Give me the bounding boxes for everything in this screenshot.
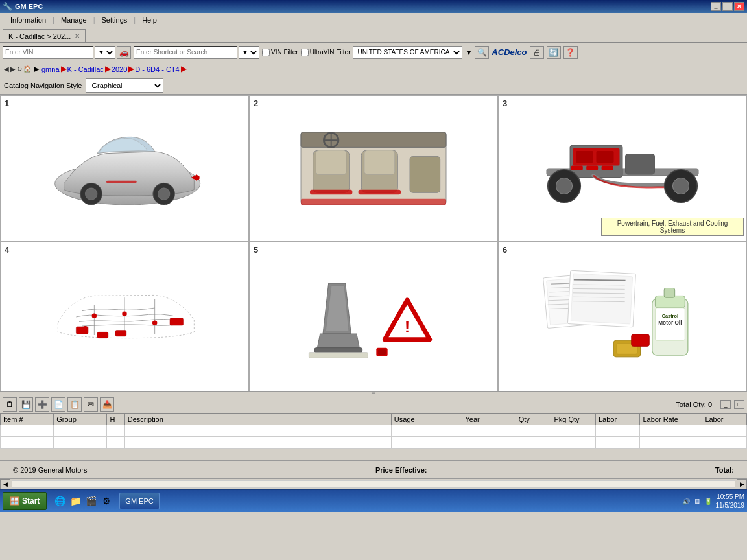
tab-label: K - Cadillac > 202... — [8, 32, 71, 40]
battery-icon[interactable]: 🔋 — [704, 498, 712, 505]
volume-icon[interactable]: 🔊 — [682, 498, 690, 505]
bc-gmna[interactable]: gmna — [42, 65, 60, 73]
catalog-cell-1[interactable]: 1 — [0, 95, 249, 242]
parts-table: Item # Group H Description Usage Year Qt… — [0, 414, 747, 449]
svg-rect-14 — [310, 190, 352, 194]
region-select[interactable]: UNITED STATES OF AMERICA — [353, 46, 462, 59]
svg-rect-25 — [626, 154, 655, 175]
printer-icon-button[interactable]: 🖨 — [530, 46, 544, 59]
forward-button[interactable]: ▶ — [10, 65, 16, 73]
svg-point-33 — [92, 313, 97, 318]
svg-rect-31 — [586, 166, 598, 170]
pdf-button[interactable]: 📄 — [51, 397, 65, 412]
acdelco-logo: ACDelco — [492, 47, 527, 57]
scroll-right-button[interactable]: ▶ — [737, 479, 747, 489]
catalog-cell-5[interactable]: 5 ! — [249, 242, 498, 391]
col-item: Item # — [1, 414, 54, 425]
tab-close-button[interactable]: ✕ — [75, 32, 80, 40]
parts-table-container: Item # Group H Description Usage Year Qt… — [0, 414, 747, 460]
footer: © 2019 General Motors Price Effective: T… — [0, 460, 747, 478]
tab-main[interactable]: K - Cadillac > 202... ✕ — [3, 29, 86, 42]
add-button[interactable]: ➕ — [35, 397, 49, 412]
total-qty-label: Total Qty: — [676, 401, 706, 408]
total-qty-value: 0 — [708, 401, 712, 408]
refresh-icon-button[interactable]: 🔄 — [547, 46, 561, 59]
menu-manage[interactable]: Manage — [56, 15, 92, 25]
interior-svg — [283, 117, 464, 220]
new-item-button[interactable]: 🗒 — [3, 397, 17, 412]
menu-bar: Information | Manage | Settings | Help — [0, 13, 747, 27]
help-icon-button[interactable]: ❓ — [563, 46, 578, 59]
col-year: Year — [462, 414, 516, 425]
start-button[interactable]: 🪟 Start — [3, 492, 47, 510]
vin-go-button[interactable]: 🚗 — [117, 46, 131, 59]
svg-text:Castrol: Castrol — [662, 313, 678, 319]
network-icon[interactable]: 🖥 — [694, 498, 700, 505]
sys-tray: 🔊 🖥 🔋 10:55 PM 11/5/2019 — [682, 493, 745, 509]
search-icon-button[interactable]: 🔍 — [475, 46, 489, 59]
menu-information[interactable]: Information — [5, 15, 51, 25]
vin-filter-checkbox[interactable] — [262, 49, 270, 56]
cell-number-5: 5 — [254, 245, 258, 255]
copy-button[interactable]: 📋 — [67, 397, 82, 412]
cell-image-4 — [3, 245, 246, 388]
maximize-button[interactable]: □ — [722, 2, 733, 11]
svg-text:Motor Oil: Motor Oil — [658, 320, 682, 326]
taskbar-gmepc[interactable]: GM EPC — [119, 493, 159, 509]
panel-minimize-button[interactable]: _ — [720, 400, 731, 409]
catalog-cell-2[interactable]: 2 — [249, 95, 498, 242]
table-row-empty-2 — [1, 437, 747, 449]
cell-image-5: ! — [252, 245, 495, 388]
cell-3-tooltip: Powertrain, Fuel, Exhaust and Cooling Sy… — [601, 218, 744, 236]
search-dropdown[interactable]: ▼ — [239, 46, 259, 59]
taskbar-app-label: GM EPC — [125, 497, 153, 505]
refresh-bc-button[interactable]: ↻ — [17, 65, 22, 73]
minimize-button[interactable]: _ — [711, 2, 721, 11]
scroll-track[interactable] — [12, 480, 735, 488]
catalog-cell-4[interactable]: 4 — [0, 242, 249, 391]
explorer-icon[interactable]: 📁 — [69, 495, 82, 508]
bc-cadillac[interactable]: K - Cadillac — [67, 65, 104, 73]
svg-rect-12 — [410, 156, 440, 192]
seat-svg: ! — [289, 265, 458, 369]
bc-d6d4ct4[interactable]: D - 6D4 - CT4 — [135, 65, 179, 73]
vin-dropdown[interactable]: ▼ — [95, 46, 115, 59]
vin-filter-label: VIN Filter — [271, 49, 298, 56]
bottom-panel: 🗒 💾 ➕ 📄 📋 ✉ 📥 Total Qty: 0 _ □ Item # Gr… — [0, 395, 747, 460]
save-button[interactable]: 💾 — [19, 397, 33, 412]
app-icon-5[interactable]: ⚙ — [100, 495, 113, 508]
col-h: H — [107, 414, 124, 425]
catalog-cell-3[interactable]: 3 — [498, 95, 747, 242]
ie-icon[interactable]: 🌐 — [53, 495, 66, 508]
start-label: Start — [22, 496, 40, 506]
close-button[interactable]: ✕ — [734, 2, 744, 11]
svg-text:!: ! — [405, 318, 410, 336]
ultravin-filter-checkbox[interactable] — [301, 49, 309, 56]
menu-settings[interactable]: Settings — [97, 15, 133, 25]
bc-2020[interactable]: 2020 — [112, 65, 127, 73]
region-dropdown-arrow: ▼ — [465, 49, 472, 56]
clock: 10:55 PM 11/5/2019 — [716, 493, 745, 509]
menu-help[interactable]: Help — [137, 15, 162, 25]
total-label: Total: — [715, 466, 734, 474]
import-button[interactable]: 📥 — [100, 397, 114, 412]
search-input[interactable] — [134, 46, 237, 59]
svg-rect-23 — [576, 151, 593, 163]
svg-point-27 — [556, 178, 572, 194]
svg-point-4 — [158, 188, 170, 200]
scroll-left-button[interactable]: ◀ — [0, 479, 10, 489]
toolbar: ▼ 🚗 ▼ VIN Filter UltraVIN Filter UNITED … — [0, 43, 747, 62]
nav-style-select[interactable]: Graphical Text — [86, 78, 163, 93]
car-exterior-svg — [34, 117, 215, 220]
panel-maximize-button[interactable]: □ — [734, 400, 744, 409]
home-button[interactable]: 🏠 — [23, 65, 31, 73]
email-button[interactable]: ✉ — [84, 397, 98, 412]
col-laborrate: Labor Rate — [640, 414, 702, 425]
catalog-cell-6[interactable]: 6 — [498, 242, 747, 391]
svg-rect-15 — [359, 190, 401, 194]
svg-rect-5 — [106, 181, 137, 183]
media-icon[interactable]: 🎬 — [84, 495, 97, 508]
table-row-empty — [1, 425, 747, 437]
vin-input[interactable] — [3, 46, 93, 59]
back-button[interactable]: ◀ — [4, 65, 9, 73]
